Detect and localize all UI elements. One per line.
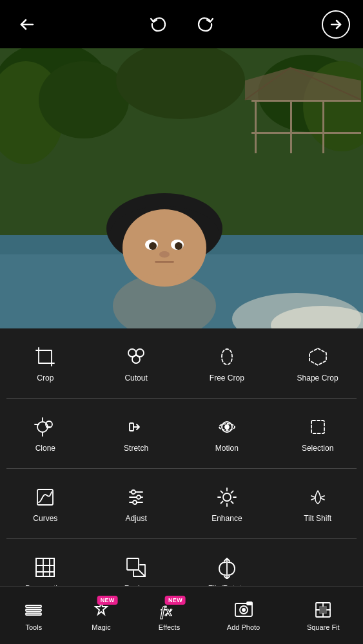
svg-rect-83 xyxy=(26,609,41,611)
svg-rect-13 xyxy=(322,102,324,153)
tools-row-3: Curves Adjust xyxy=(0,469,363,538)
free-crop-label: Free Crop xyxy=(210,374,244,383)
svg-line-67 xyxy=(311,498,315,500)
cutout-label: Cutout xyxy=(124,374,147,383)
svg-point-27 xyxy=(159,251,170,258)
free-crop-icon xyxy=(214,344,240,370)
svg-point-6 xyxy=(39,61,129,138)
tool-selection[interactable]: Selection xyxy=(272,405,363,462)
tools-icon xyxy=(23,600,44,620)
stretch-icon xyxy=(123,414,149,440)
bottom-magic[interactable]: NEW Magic xyxy=(83,594,119,636)
tool-enhance[interactable]: Enhance xyxy=(182,475,273,532)
crop-icon xyxy=(32,344,58,370)
curves-label: Curves xyxy=(33,514,57,523)
cutout-icon xyxy=(123,344,149,370)
bottom-square-fit[interactable]: Square Fit xyxy=(299,594,348,636)
add-photo-nav-label: Add Photo xyxy=(227,623,260,631)
svg-point-25 xyxy=(149,242,157,250)
tool-crop[interactable]: Crop xyxy=(0,335,91,392)
svg-line-62 xyxy=(221,491,222,493)
svg-line-64 xyxy=(231,491,233,493)
tools-nav-label: Tools xyxy=(26,623,43,631)
svg-line-80 xyxy=(139,570,145,576)
bottom-tools[interactable]: Tools xyxy=(15,594,52,636)
add-photo-icon xyxy=(233,600,254,620)
tool-curves[interactable]: Curves xyxy=(0,475,91,532)
svg-rect-82 xyxy=(26,605,41,607)
svg-line-35 xyxy=(132,355,136,357)
tool-adjust[interactable]: Adjust xyxy=(91,475,182,532)
magic-new-badge: NEW xyxy=(97,596,118,605)
stretch-label: Stretch xyxy=(124,444,148,453)
svg-text:fx: fx xyxy=(161,603,172,619)
svg-point-54 xyxy=(132,490,135,494)
tool-clone[interactable]: Clone xyxy=(0,405,91,462)
svg-line-36 xyxy=(136,355,140,357)
tool-stretch[interactable]: Stretch xyxy=(91,405,182,462)
svg-rect-11 xyxy=(255,102,257,153)
svg-point-47 xyxy=(225,425,229,429)
tool-free-crop[interactable]: Free Crop xyxy=(182,335,273,392)
svg-rect-92 xyxy=(319,606,327,614)
effects-nav-label: Effects xyxy=(159,623,180,631)
perspective-icon xyxy=(32,554,58,580)
photo-canvas xyxy=(0,48,363,328)
tools-row-1: Crop Cutout Free Crop xyxy=(0,328,363,398)
svg-rect-12 xyxy=(290,102,292,153)
tool-cutout[interactable]: Cutout xyxy=(91,335,182,392)
tool-shape-crop[interactable]: Shape Crop xyxy=(272,335,363,392)
tilt-shift-label: Tilt Shift xyxy=(304,514,331,523)
svg-line-69 xyxy=(321,498,324,500)
selection-icon xyxy=(305,414,331,440)
adjust-icon xyxy=(123,484,149,510)
svg-rect-14 xyxy=(251,132,361,134)
motion-icon xyxy=(214,414,240,440)
svg-point-56 xyxy=(133,500,137,504)
magic-nav-label: Magic xyxy=(92,623,110,631)
svg-rect-50 xyxy=(37,489,53,505)
effects-new-badge: NEW xyxy=(165,596,186,605)
svg-line-65 xyxy=(221,502,222,504)
svg-line-66 xyxy=(311,496,315,497)
svg-rect-79 xyxy=(127,558,139,570)
square-fit-nav-label: Square Fit xyxy=(307,623,340,631)
shape-crop-icon xyxy=(305,344,331,370)
redo-button[interactable] xyxy=(191,10,220,39)
bottom-add-photo[interactable]: Add Photo xyxy=(219,594,268,636)
svg-marker-37 xyxy=(309,348,326,365)
svg-rect-28 xyxy=(155,261,174,263)
tools-panel: Crop Cutout Free Crop xyxy=(0,328,363,599)
svg-point-26 xyxy=(175,242,182,250)
top-navigation xyxy=(0,0,363,48)
motion-label: Motion xyxy=(215,444,239,453)
tilt-shift-icon xyxy=(305,484,331,510)
flip-rotate-icon xyxy=(214,554,240,580)
tool-motion[interactable]: Motion xyxy=(182,405,273,462)
back-button[interactable] xyxy=(13,10,41,39)
shape-crop-label: Shape Crop xyxy=(297,374,338,383)
square-fit-icon xyxy=(313,600,333,620)
selection-label: Selection xyxy=(302,444,333,453)
svg-line-68 xyxy=(321,496,324,497)
curves-icon xyxy=(32,484,58,510)
bottom-effects[interactable]: NEW fx Effects xyxy=(151,594,188,636)
enhance-icon xyxy=(214,484,240,510)
svg-marker-70 xyxy=(36,558,54,576)
svg-point-89 xyxy=(242,608,246,612)
undo-button[interactable] xyxy=(144,10,172,39)
svg-point-55 xyxy=(137,495,141,499)
bottom-navigation: Tools NEW Magic NEW fx Effects Add xyxy=(0,586,363,644)
svg-line-63 xyxy=(231,502,233,504)
forward-button[interactable] xyxy=(322,10,350,39)
svg-point-57 xyxy=(223,493,231,501)
svg-rect-84 xyxy=(26,613,41,615)
tool-tilt-shift[interactable]: Tilt Shift xyxy=(272,475,363,532)
adjust-label: Adjust xyxy=(125,514,146,523)
clone-icon xyxy=(32,414,58,440)
enhance-label: Enhance xyxy=(211,514,242,523)
svg-rect-10 xyxy=(251,100,361,102)
crop-label: Crop xyxy=(37,374,54,383)
svg-rect-49 xyxy=(311,421,324,433)
tools-row-2: Clone Stretch Motion xyxy=(0,399,363,468)
